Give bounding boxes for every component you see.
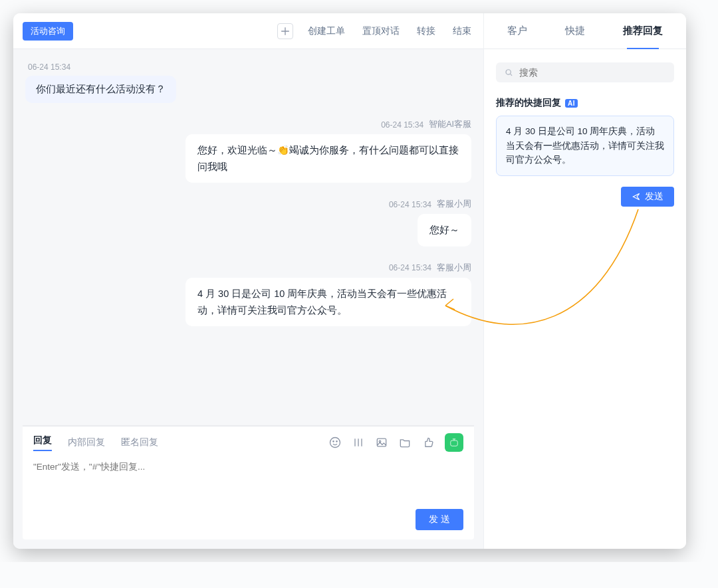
plus-icon: [279, 25, 292, 38]
side-content: 推荐的快捷回复 AI 4 月 30 日是公司 10 周年庆典，活动当天会有一些优…: [484, 49, 686, 549]
side-tab-suggest[interactable]: 推荐回复: [620, 13, 665, 49]
robot-icon: [448, 437, 460, 448]
side-send-button[interactable]: 发送: [621, 187, 674, 207]
side-heading-text: 推荐的快捷回复: [496, 97, 561, 109]
reply-tab-internal[interactable]: 内部回复: [68, 437, 105, 448]
svg-rect-3: [377, 439, 386, 446]
agent-message: 您好～: [418, 214, 471, 246]
search-icon: [504, 67, 514, 78]
reply-tab-anon[interactable]: 匿名回复: [121, 437, 158, 448]
folder-icon[interactable]: [398, 436, 412, 449]
chat-header: 活动咨询 创建工单 置顶对话 转接 结束: [13, 13, 483, 49]
svg-point-6: [506, 70, 511, 74]
side-send-label: 发送: [645, 191, 663, 203]
message-meta: 06-24 15:34 客服小周: [25, 199, 471, 210]
side-tab-customer[interactable]: 客户: [505, 13, 530, 49]
side-heading: 推荐的快捷回复 AI: [496, 97, 674, 109]
message-sender: 智能AI客服: [429, 119, 471, 130]
transfer-link[interactable]: 转接: [417, 25, 435, 37]
thumbs-up-icon[interactable]: [421, 436, 435, 449]
message-sender: 客服小周: [437, 199, 471, 210]
chat-tag: 活动咨询: [23, 22, 73, 41]
message-time: 06-24 15:34: [389, 263, 431, 272]
image-icon[interactable]: [375, 436, 388, 449]
search-wrap[interactable]: [496, 62, 674, 82]
message-meta: 06-24 15:34 客服小周: [25, 262, 471, 274]
create-ticket-link[interactable]: 创建工单: [308, 25, 345, 37]
customer-message: 你们最近还有什么活动没有？: [25, 76, 176, 103]
side-tabs: 客户 快捷 推荐回复: [484, 13, 686, 49]
bars-icon[interactable]: [352, 436, 365, 449]
chat-body[interactable]: 06-24 15:34 你们最近还有什么活动没有？ 06-24 15:34 智能…: [13, 49, 483, 425]
message-time: 06-24 15:34: [28, 62, 471, 72]
suggestion-card[interactable]: 4 月 30 日是公司 10 周年庆典，活动当天会有一些优惠活动，详情可关注我司…: [496, 116, 674, 176]
svg-point-0: [330, 438, 340, 448]
ai-badge: AI: [565, 99, 578, 108]
chat-panel: 活动咨询 创建工单 置顶对话 转接 结束 06-24 15:34 你们最近还有什…: [13, 13, 483, 549]
svg-point-1: [333, 441, 334, 442]
svg-rect-5: [451, 441, 458, 446]
reply-tab-reply[interactable]: 回复: [33, 435, 52, 451]
app-window: 活动咨询 创建工单 置顶对话 转接 结束 06-24 15:34 你们最近还有什…: [13, 13, 686, 549]
search-input[interactable]: [519, 67, 666, 78]
send-button[interactable]: 发 送: [416, 509, 463, 530]
side-panel: 客户 快捷 推荐回复 推荐的快捷回复 AI 4 月 30 日是公司 10 周年庆…: [483, 13, 686, 549]
message-time: 06-24 15:34: [389, 200, 431, 209]
emoji-icon[interactable]: [328, 436, 342, 449]
message-meta: 06-24 15:34 智能AI客服: [25, 119, 471, 130]
add-button[interactable]: [277, 23, 293, 39]
reply-input[interactable]: [33, 461, 463, 501]
message-sender: 客服小周: [437, 262, 471, 274]
agent-message: 4 月 30 日是公司 10 周年庆典，活动当天会有一些优惠活动，详情可关注我司…: [185, 278, 471, 326]
reply-box: 回复 内部回复 匿名回复 发 送: [23, 425, 474, 539]
reply-tabs: 回复 内部回复 匿名回复: [23, 427, 474, 457]
end-link[interactable]: 结束: [453, 25, 471, 37]
message-time: 06-24 15:34: [381, 120, 423, 130]
ai-robot-button[interactable]: [445, 433, 463, 452]
agent-message: 您好，欢迎光临～👏竭诚为你服务，有什么问题都可以直接问我哦: [185, 134, 471, 183]
send-icon: [632, 192, 641, 201]
side-tab-quick[interactable]: 快捷: [562, 13, 588, 49]
pin-chat-link[interactable]: 置顶对话: [362, 25, 400, 37]
svg-point-2: [336, 441, 337, 442]
